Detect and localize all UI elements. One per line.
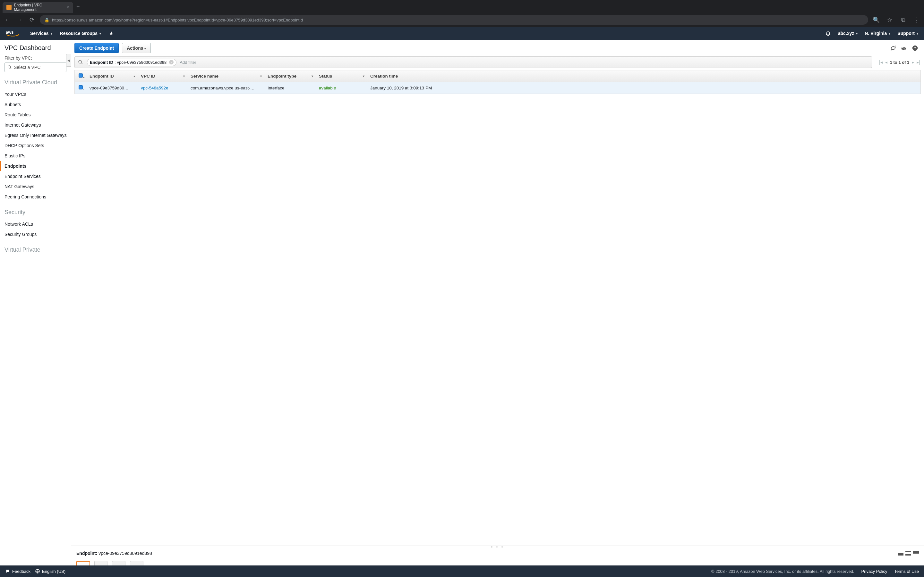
privacy-link[interactable]: Privacy Policy bbox=[861, 569, 887, 574]
sidebar-collapse-handle[interactable]: ◀ bbox=[66, 54, 71, 67]
detail-tab-3[interactable] bbox=[112, 561, 126, 566]
aws-topnav: aws Services▾ Resource Groups▾ abc.xyz▾ … bbox=[0, 27, 924, 40]
search-icon[interactable] bbox=[75, 60, 86, 65]
new-tab-button[interactable]: + bbox=[76, 3, 80, 10]
nav-services[interactable]: Services▾ bbox=[30, 31, 52, 36]
aws-logo[interactable]: aws bbox=[6, 29, 23, 37]
cell-endpoint-type: Interface bbox=[264, 82, 315, 94]
reload-button[interactable]: ⟳ bbox=[27, 16, 36, 23]
pager: |◂ ◂ 1 to 1 of 1 ▸ ▸| bbox=[875, 60, 924, 65]
sidebar-item-peering-connections[interactable]: Peering Connections bbox=[0, 192, 71, 202]
col-vpc-id[interactable]: VPC ID▾ bbox=[137, 70, 187, 82]
filter-chip[interactable]: Endpoint ID : vpce-09e3759d3091ed398 × bbox=[87, 59, 176, 66]
add-filter-input[interactable]: Add filter bbox=[178, 60, 872, 65]
copyright-text: © 2008 - 2019, Amazon Web Services, Inc.… bbox=[711, 569, 855, 574]
help-icon[interactable]: ? bbox=[911, 44, 919, 52]
url-text: https://console.aws.amazon.com/vpc/home?… bbox=[52, 18, 303, 23]
cell-endpoint-id: vpce-09e3759d30… bbox=[86, 82, 137, 94]
refresh-icon[interactable] bbox=[889, 44, 897, 52]
pager-text: 1 to 1 of 1 bbox=[890, 60, 909, 65]
sidebar-item-security-groups[interactable]: Security Groups bbox=[0, 229, 71, 239]
sidebar-item-subnets[interactable]: Subnets bbox=[0, 99, 71, 110]
close-tab-icon[interactable]: × bbox=[67, 5, 69, 10]
lock-icon: 🔒 bbox=[44, 18, 49, 23]
forward-button[interactable]: → bbox=[15, 17, 24, 23]
cell-service-name: com.amazonaws.vpce.us-east-… bbox=[187, 82, 264, 94]
sidebar-item-nat-gateways[interactable]: NAT Gateways bbox=[0, 181, 71, 192]
footer: Feedback English (US) © 2008 - 2019, Ama… bbox=[0, 566, 924, 577]
cell-vpc-id-link[interactable]: vpc-548a592e bbox=[141, 85, 168, 90]
menu-icon[interactable]: ⋮ bbox=[913, 16, 921, 23]
nav-account[interactable]: abc.xyz▾ bbox=[838, 31, 858, 36]
col-status[interactable]: Status▾ bbox=[315, 70, 367, 82]
detail-panel: Endpoint: vpce-09e3759d3091ed398 bbox=[71, 548, 924, 566]
browser-tab[interactable]: Endpoints | VPC Management × bbox=[3, 2, 73, 13]
settings-gear-icon[interactable] bbox=[900, 44, 908, 52]
col-endpoint-id[interactable]: Endpoint ID▴ bbox=[86, 70, 137, 82]
browser-chrome: Endpoints | VPC Management × + ← → ⟳ 🔒 h… bbox=[0, 0, 924, 27]
sidebar-section-head: Virtual Private bbox=[5, 247, 71, 253]
cell-status: available bbox=[315, 82, 367, 94]
nav-pin-icon[interactable] bbox=[109, 31, 113, 35]
vpc-select-placeholder: Select a VPC bbox=[14, 65, 40, 70]
detail-tab-1[interactable] bbox=[76, 561, 90, 566]
col-creation-time[interactable]: Creation time bbox=[367, 70, 921, 82]
layout-top-icon[interactable] bbox=[913, 551, 919, 556]
table-row[interactable]: vpce-09e3759d30…vpc-548a592ecom.amazonaw… bbox=[75, 82, 921, 94]
remove-chip-icon[interactable]: × bbox=[169, 60, 174, 64]
sidebar-item-internet-gateways[interactable]: Internet Gateways bbox=[0, 120, 71, 130]
filter-bar: Endpoint ID : vpce-09e3759d3091ed398 × A… bbox=[74, 56, 872, 68]
layout-bottom-icon[interactable] bbox=[898, 551, 903, 556]
row-checkbox[interactable] bbox=[79, 85, 83, 89]
nav-region[interactable]: N. Virginia▾ bbox=[865, 31, 890, 36]
star-icon[interactable]: ☆ bbox=[885, 16, 894, 23]
sidebar-item-your-vpcs[interactable]: Your VPCs bbox=[0, 89, 71, 99]
notifications-icon[interactable] bbox=[825, 31, 831, 36]
create-endpoint-button[interactable]: Create Endpoint bbox=[74, 43, 119, 53]
col-service-name[interactable]: Service name▾ bbox=[187, 70, 264, 82]
col-endpoint-type[interactable]: Endpoint type▾ bbox=[264, 70, 315, 82]
detail-tab-2[interactable] bbox=[94, 561, 108, 566]
sidebar-item-dhcp-options-sets[interactable]: DHCP Options Sets bbox=[0, 140, 71, 151]
endpoints-table: Endpoint ID▴ VPC ID▾ Service name▾ Endpo… bbox=[74, 70, 921, 94]
sidebar-item-endpoint-services[interactable]: Endpoint Services bbox=[0, 171, 71, 181]
layout-mid-icon[interactable] bbox=[905, 551, 911, 556]
svg-text:?: ? bbox=[914, 46, 916, 50]
sidebar-item-elastic-ips[interactable]: Elastic IPs bbox=[0, 151, 71, 161]
back-button[interactable]: ← bbox=[3, 17, 11, 23]
nav-resource-groups[interactable]: Resource Groups▾ bbox=[60, 31, 101, 36]
language-select[interactable]: English (US) bbox=[35, 569, 65, 574]
page-title: VPC Dashboard bbox=[5, 44, 71, 52]
main-panel: Create Endpoint Actions▾ ? Endpoint I bbox=[71, 40, 924, 566]
pager-first-icon[interactable]: |◂ bbox=[879, 60, 883, 65]
sidebar-item-egress-only-internet-gateways[interactable]: Egress Only Internet Gateways bbox=[0, 130, 71, 140]
feedback-link[interactable]: Feedback bbox=[5, 569, 31, 574]
sidebar-section-head: Virtual Private Cloud bbox=[5, 79, 71, 86]
sidebar-item-endpoints[interactable]: Endpoints bbox=[0, 161, 71, 171]
sidebar-item-network-acls[interactable]: Network ACLs bbox=[0, 219, 71, 229]
pager-next-icon[interactable]: ▸ bbox=[912, 60, 914, 65]
sidebar-section-head: Security bbox=[5, 209, 71, 216]
aws-favicon bbox=[6, 5, 11, 10]
url-bar[interactable]: 🔒 https://console.aws.amazon.com/vpc/hom… bbox=[40, 15, 868, 25]
sidebar-item-route-tables[interactable]: Route Tables bbox=[0, 110, 71, 120]
detail-tab-4[interactable] bbox=[130, 561, 144, 566]
vpc-select[interactable]: Select a VPC bbox=[5, 63, 66, 72]
detail-title: Endpoint: vpce-09e3759d3091ed398 bbox=[76, 551, 152, 556]
tab-title: Endpoints | VPC Management bbox=[14, 3, 64, 12]
svg-text:aws: aws bbox=[6, 30, 14, 35]
sidebar: VPC Dashboard Filter by VPC: Select a VP… bbox=[0, 40, 71, 566]
pager-last-icon[interactable]: ▸| bbox=[917, 60, 920, 65]
zoom-icon[interactable]: 🔍 bbox=[872, 16, 880, 23]
extensions-icon[interactable]: ⧉ bbox=[899, 17, 907, 23]
select-all-checkbox[interactable] bbox=[79, 73, 83, 77]
filter-by-vpc-label: Filter by VPC: bbox=[5, 55, 71, 61]
nav-support[interactable]: Support▾ bbox=[897, 31, 918, 36]
terms-link[interactable]: Terms of Use bbox=[894, 569, 919, 574]
pager-prev-icon[interactable]: ◂ bbox=[885, 60, 887, 65]
cell-creation-time: January 10, 2019 at 3:09:13 PM bbox=[367, 82, 921, 94]
actions-button[interactable]: Actions▾ bbox=[122, 43, 151, 53]
